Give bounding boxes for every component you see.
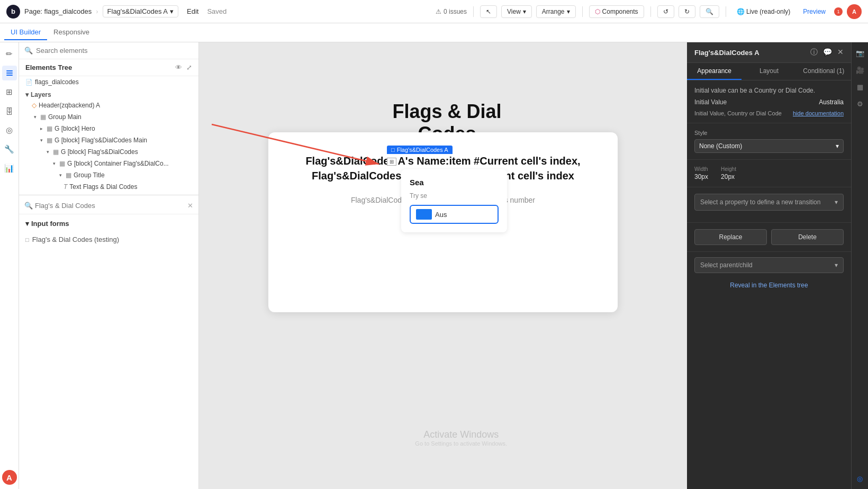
right-panel: Flag's&DialCodes A ⓘ 💬 ✕ Appearance Layo… (687, 42, 851, 489)
search-input[interactable] (36, 47, 193, 55)
initial-value-value: Australia (819, 98, 844, 106)
search-bar: 🔍 (19, 42, 198, 59)
layers-section[interactable]: ▾ Layers (19, 88, 198, 99)
components-button[interactable]: ⬡ Components (589, 5, 644, 18)
element-resize-handle[interactable]: ⊞ (387, 158, 396, 166)
group-icon: ▦ (47, 125, 52, 132)
tree-item-group-main[interactable]: ▾ ▦ Group Main (19, 111, 198, 123)
far-right-icon-settings[interactable]: ⚙ (854, 97, 866, 110)
width-field: Width 30px (694, 166, 708, 180)
sidebar-icon-circle[interactable]: ◎ (2, 123, 17, 138)
tab-appearance[interactable]: Appearance (687, 63, 742, 80)
canvas-area: □ Flag's&DialCodes A ⊞ Flags & Dial Code… (199, 42, 687, 489)
tree-item-container[interactable]: ▾ ▦ G [block] Container Flag's&DialCo... (19, 158, 198, 169)
sidebar-icon-layers[interactable] (2, 66, 17, 80)
far-right-icon-layout[interactable]: ▦ (854, 80, 866, 93)
arrange-button[interactable]: Arrange ▾ (536, 5, 576, 18)
sidebar-icon-user[interactable]: A (2, 470, 17, 485)
chevron-down-icon: ▾ (25, 220, 29, 228)
transition-section: Select a property to define a new transi… (687, 187, 851, 223)
svg-rect-0 (6, 70, 13, 71)
tree-item-header[interactable]: ◇ Header(zqbackend) A (19, 99, 198, 111)
live-label: 🌐 Live (read-only) (733, 6, 795, 17)
tab-conditional[interactable]: Conditional (1) (797, 63, 851, 80)
tree-item-hero[interactable]: ▸ ▦ G [block] Hero (19, 123, 198, 134)
redo-button[interactable]: ↻ (679, 5, 695, 18)
far-right-icon-video[interactable]: 🎥 (854, 64, 866, 76)
sidebar-icon-tool[interactable]: 🔧 (2, 142, 17, 157)
chevron-down-icon: ▾ (25, 91, 29, 98)
delete-button[interactable]: Delete (771, 229, 844, 245)
tab-layout[interactable]: Layout (742, 63, 796, 80)
sidebar-icon-db[interactable]: 🗄 (2, 104, 17, 119)
issues-indicator: ⚠ 0 issues (436, 8, 467, 15)
search-icon: 🔍 (24, 202, 33, 210)
replace-button[interactable]: Replace (694, 229, 767, 245)
chevron-down-icon: ▾ (170, 7, 174, 15)
icon-sidebar: ✏ ⊞ 🗄 ◎ 🔧 📊 A (0, 42, 19, 489)
search-button[interactable]: 🔍 (700, 5, 719, 18)
group-icon: ▦ (53, 148, 59, 156)
initial-value-row: Initial Value Australia (694, 98, 844, 106)
transition-select[interactable]: Select a property to define a new transi… (694, 194, 844, 211)
sidebar-icon-chart[interactable]: 📊 (2, 161, 17, 176)
avatar[interactable]: A (847, 4, 862, 19)
chevron-down-icon: ▾ (523, 8, 526, 15)
elements-tree-title: Elements Tree (25, 64, 72, 71)
page-dropdown[interactable]: Flag's&DialCodes A ▾ (103, 5, 178, 17)
tree-item-group-title[interactable]: ▾ ▦ Group Title (19, 169, 198, 181)
chat-icon[interactable]: 💬 (823, 48, 832, 57)
sidebar-icon-edit[interactable]: ✏ (2, 47, 17, 61)
tree-item-flagsdialcodes-main[interactable]: ▾ ▦ G [block] Flag's&DialCodes Main (19, 134, 198, 146)
far-right-sidebar: 📷 🎥 ▦ ⚙ ◎ (851, 42, 868, 489)
text-icon: T (64, 183, 67, 191)
initial-value-desc: Initial value can be a Country or Dial C… (694, 87, 844, 94)
flag-icon (416, 209, 432, 220)
right-panel-header: Flag's&DialCodes A ⓘ 💬 ✕ (687, 42, 851, 63)
input-forms-section: ▾ Input forms (19, 214, 198, 233)
tree-item-flagsdialcodes[interactable]: ▾ ▦ G [block] Flag's&DialCodes (19, 146, 198, 158)
search-icon: 🔍 (706, 8, 713, 15)
globe-icon: 🌐 (737, 8, 745, 15)
tab-ui-builder[interactable]: UI Builder (4, 25, 47, 40)
dimensions-section: Width 30px Height 20px (687, 160, 851, 187)
far-right-icon-camera[interactable]: 📷 (854, 47, 866, 59)
search-lower-input[interactable] (35, 202, 187, 210)
sidebar-icon-data[interactable]: ⊞ (2, 85, 17, 99)
chevron-down-icon: ▾ (836, 142, 839, 150)
height-field: Height 20px (721, 166, 736, 180)
list-item-flags-testing[interactable]: □ Flag's & Dial Codes (testing) (19, 233, 198, 246)
view-button[interactable]: View ▾ (501, 5, 532, 18)
tree-item-text[interactable]: T Text Flags & Dial Codes (19, 181, 198, 193)
style-select[interactable]: None (Custom) ▾ (694, 139, 844, 153)
hide-documentation-link[interactable]: hide documentation (793, 110, 844, 116)
search-heading: Sea (410, 178, 499, 187)
cursor-tool[interactable]: ↖ (480, 5, 497, 18)
initial-value-section: Initial value can be a Country or Dial C… (687, 80, 851, 123)
tree-file-item[interactable]: 📄 flags_dialcodes (19, 76, 198, 88)
eye-icon[interactable]: 👁 (175, 64, 182, 71)
far-right-icon-face[interactable]: ◎ (854, 472, 866, 485)
preview-button[interactable]: Preview (799, 6, 830, 17)
undo-button[interactable]: ↺ (657, 5, 674, 18)
close-icon[interactable]: ✕ (187, 202, 193, 210)
style-label: Style (694, 130, 844, 136)
panel-divider (19, 195, 198, 195)
parent-child-select[interactable]: Select parent/child ▾ (694, 257, 844, 273)
search-panel-overlay: Sea Try se Aus (401, 169, 507, 232)
notification-badge[interactable]: 1 (834, 7, 843, 16)
info-icon[interactable]: ⓘ (810, 48, 818, 57)
reveal-in-tree-button[interactable]: Reveal in the Elements tree (694, 278, 844, 292)
expand-icon[interactable]: ⤢ (186, 64, 192, 71)
section-title-input-forms: ▾ Input forms (25, 218, 192, 230)
close-icon[interactable]: ✕ (837, 48, 844, 57)
toggle-icon: ▾ (32, 114, 38, 120)
chevron-down-icon: ▾ (567, 8, 570, 15)
windows-watermark: Activate Windows Go to Settings to activ… (415, 429, 507, 447)
bottom-section: Select parent/child ▾ Reveal in the Elem… (687, 252, 851, 297)
tab-responsive[interactable]: Responsive (47, 25, 96, 40)
element-type-icon: □ (391, 147, 395, 153)
subnav: UI Builder Responsive (0, 23, 868, 42)
selected-element-label: □ Flag's&DialCodes A (387, 146, 453, 154)
right-tabs: Appearance Layout Conditional (1) (687, 63, 851, 80)
